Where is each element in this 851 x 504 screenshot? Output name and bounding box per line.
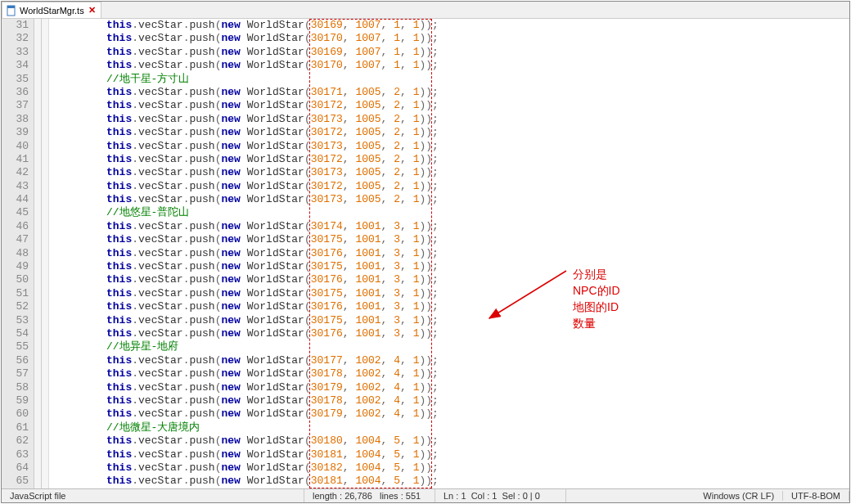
code-line[interactable]: this.vecStar.push(new WorldStar(30172, 1… (52, 126, 849, 139)
code-line[interactable]: //地微星-大唐境内 (52, 421, 849, 434)
code-line[interactable]: this.vecStar.push(new WorldStar(30175, 1… (52, 233, 849, 246)
code-line[interactable]: this.vecStar.push(new WorldStar(30172, 1… (52, 153, 849, 166)
editor-area[interactable]: 3132333435363738394041424344454647484950… (2, 19, 849, 488)
line-number: 55 (2, 340, 29, 353)
line-number: 63 (2, 448, 29, 461)
status-length-lines: length : 26,786 lines : 551 (304, 489, 435, 502)
code-line[interactable]: this.vecStar.push(new WorldStar(30176, 1… (52, 300, 849, 313)
code-line[interactable]: this.vecStar.push(new WorldStar(30169, 1… (52, 46, 849, 59)
line-number: 42 (2, 166, 29, 179)
annotation-line-4: 数量 (573, 315, 620, 331)
code-line[interactable]: this.vecStar.push(new WorldStar(30177, 1… (52, 354, 849, 367)
line-number: 35 (2, 73, 29, 86)
code-line[interactable]: this.vecStar.push(new WorldStar(30173, 1… (52, 166, 849, 179)
line-number: 47 (2, 233, 29, 246)
file-tab[interactable]: WorldStarMgr.ts ✕ (2, 2, 101, 18)
line-number: 41 (2, 153, 29, 166)
code-line[interactable]: this.vecStar.push(new WorldStar(30175, 1… (52, 314, 849, 327)
annotation-line-3: 地图的ID (573, 299, 620, 315)
code-line[interactable]: this.vecStar.push(new WorldStar(30178, 1… (52, 394, 849, 407)
line-number: 58 (2, 381, 29, 394)
annotation-text: 分别是 NPC的ID 地图的ID 数量 (573, 266, 620, 331)
line-number: 61 (2, 421, 29, 434)
line-number: 36 (2, 86, 29, 99)
code-line[interactable]: this.vecStar.push(new WorldStar(30172, 1… (52, 99, 849, 112)
code-line[interactable]: this.vecStar.push(new WorldStar(30176, 1… (52, 273, 849, 286)
status-position: Ln : 1 Col : 1 Sel : 0 | 0 (435, 489, 566, 502)
code-content[interactable]: 分别是 NPC的ID 地图的ID 数量 this.vecStar.push(ne… (49, 19, 849, 488)
code-line[interactable]: this.vecStar.push(new WorldStar(30174, 1… (52, 220, 849, 233)
tab-filename: WorldStarMgr.ts (20, 6, 84, 16)
line-number: 65 (2, 475, 29, 488)
line-number: 37 (2, 99, 29, 112)
line-number: 60 (2, 407, 29, 421)
file-icon (6, 5, 17, 16)
code-line[interactable]: //地干星-方寸山 (52, 73, 849, 86)
code-line[interactable]: this.vecStar.push(new WorldStar(30179, 1… (52, 407, 849, 421)
line-gutter: 3132333435363738394041424344454647484950… (2, 19, 34, 488)
code-line[interactable]: this.vecStar.push(new WorldStar(30169, 1… (52, 19, 849, 32)
code-line[interactable]: this.vecStar.push(new WorldStar(30173, 1… (52, 140, 849, 153)
line-number: 57 (2, 367, 29, 380)
line-number: 43 (2, 180, 29, 193)
line-number: 31 (2, 19, 29, 32)
annotation-line-1: 分别是 (573, 266, 620, 282)
tab-bar: WorldStarMgr.ts ✕ (2, 2, 849, 19)
code-line[interactable]: this.vecStar.push(new WorldStar(30179, 1… (52, 381, 849, 394)
status-filetype: JavaScript file (2, 489, 304, 502)
line-number: 54 (2, 327, 29, 340)
code-line[interactable]: this.vecStar.push(new WorldStar(30170, 1… (52, 32, 849, 45)
line-number: 46 (2, 220, 29, 233)
line-number: 51 (2, 287, 29, 300)
line-number: 49 (2, 260, 29, 273)
line-number: 33 (2, 46, 29, 59)
code-line[interactable]: this.vecStar.push(new WorldStar(30173, 1… (52, 193, 849, 206)
line-number: 59 (2, 394, 29, 407)
line-number: 39 (2, 126, 29, 139)
annotation-line-2: NPC的ID (573, 282, 620, 299)
line-number: 48 (2, 247, 29, 260)
line-number: 50 (2, 273, 29, 286)
line-number: 53 (2, 314, 29, 327)
line-number: 40 (2, 140, 29, 153)
line-number: 32 (2, 32, 29, 45)
svg-rect-1 (7, 6, 15, 8)
code-line[interactable]: this.vecStar.push(new WorldStar(30178, 1… (52, 367, 849, 380)
status-encoding: UTF-8-BOM (783, 491, 849, 501)
code-line[interactable]: this.vecStar.push(new WorldStar(30180, 1… (52, 434, 849, 448)
code-line[interactable]: this.vecStar.push(new WorldStar(30172, 1… (52, 180, 849, 193)
code-line[interactable]: //地异星-地府 (52, 340, 849, 353)
code-line[interactable]: this.vecStar.push(new WorldStar(30176, 1… (52, 247, 849, 260)
code-line[interactable]: this.vecStar.push(new WorldStar(30171, 1… (52, 86, 849, 99)
code-line[interactable]: this.vecStar.push(new WorldStar(30175, 1… (52, 260, 849, 273)
line-number: 52 (2, 300, 29, 313)
status-bar: JavaScript file length : 26,786 lines : … (2, 488, 849, 502)
line-number: 45 (2, 206, 29, 219)
editor-window: WorldStarMgr.ts ✕ 3132333435363738394041… (1, 1, 850, 503)
line-number: 38 (2, 113, 29, 126)
line-number: 64 (2, 461, 29, 475)
code-line[interactable]: this.vecStar.push(new WorldStar(30173, 1… (52, 113, 849, 126)
code-line[interactable]: //地悠星-普陀山 (52, 206, 849, 219)
code-line[interactable]: this.vecStar.push(new WorldStar(30182, 1… (52, 461, 849, 475)
close-icon[interactable]: ✕ (87, 5, 97, 16)
code-line[interactable]: this.vecStar.push(new WorldStar(30175, 1… (52, 287, 849, 300)
line-number: 44 (2, 193, 29, 206)
code-line[interactable]: this.vecStar.push(new WorldStar(30176, 1… (52, 327, 849, 340)
line-number: 34 (2, 59, 29, 72)
status-eol: Windows (CR LF) (695, 491, 783, 501)
code-line[interactable]: this.vecStar.push(new WorldStar(30170, 1… (52, 59, 849, 72)
line-number: 62 (2, 434, 29, 448)
fold-margin (34, 19, 49, 488)
line-number: 56 (2, 354, 29, 367)
code-line[interactable]: this.vecStar.push(new WorldStar(30181, 1… (52, 475, 849, 488)
code-line[interactable]: this.vecStar.push(new WorldStar(30181, 1… (52, 448, 849, 461)
